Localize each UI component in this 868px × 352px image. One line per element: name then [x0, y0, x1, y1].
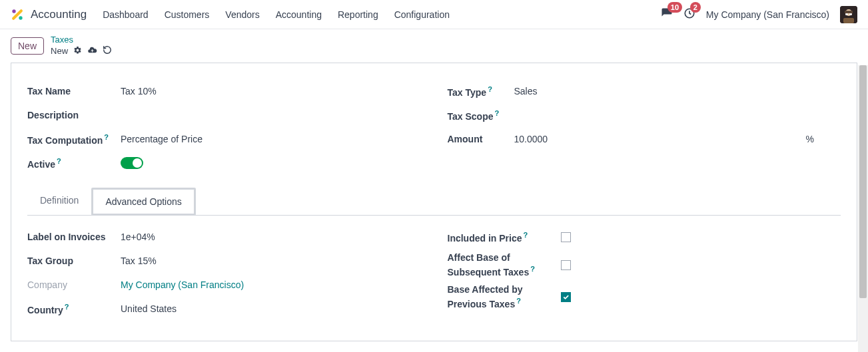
menu-reporting[interactable]: Reporting	[338, 9, 378, 20]
company-value[interactable]: My Company (San Francisco)	[121, 279, 244, 290]
advanced-right-column: Included in Price? Affect Base of Subseq…	[448, 225, 841, 321]
svg-rect-7	[849, 13, 852, 15]
help-icon[interactable]: ?	[104, 133, 109, 141]
form-sheet: Tax Name Tax 10% Description Tax Computa…	[11, 63, 857, 341]
svg-point-1	[19, 16, 22, 19]
company-label: Company	[27, 279, 121, 290]
messages-icon[interactable]: 10	[661, 7, 673, 21]
affect-base-label: Affect Base of Subsequent Taxes?	[448, 252, 561, 278]
country-label: Country?	[27, 303, 121, 315]
active-toggle[interactable]	[121, 157, 143, 169]
help-icon[interactable]: ?	[524, 231, 528, 239]
new-button[interactable]: New	[11, 37, 44, 55]
amount-value[interactable]: 10.0000	[514, 134, 548, 144]
tax-type-label: Tax Type?	[448, 85, 514, 98]
scrollbar-thumb[interactable]	[859, 65, 867, 298]
advanced-left-column: Label on Invoices 1e+04% Tax Group Tax 1…	[27, 225, 421, 321]
tax-name-label: Tax Name	[27, 86, 121, 96]
tax-computation-label: Tax Computation?	[27, 133, 121, 146]
help-icon[interactable]: ?	[488, 85, 492, 93]
discard-icon[interactable]	[103, 45, 112, 57]
included-in-price-checkbox[interactable]	[561, 232, 571, 242]
scrollbar[interactable]	[858, 65, 868, 352]
control-bar: New Taxes New	[0, 29, 868, 63]
form-tabs: Definition Advanced Options	[27, 187, 841, 216]
company-switcher[interactable]: My Company (San Francisco)	[706, 9, 829, 20]
form-right-column: Tax Type? Sales Tax Scope? Amount 10.000…	[448, 79, 841, 175]
menu-dashboard[interactable]: Dashboard	[103, 9, 149, 20]
help-icon[interactable]: ?	[57, 157, 61, 165]
form-left-column: Tax Name Tax 10% Description Tax Computa…	[27, 79, 421, 175]
app-logo-icon[interactable]	[11, 8, 24, 21]
included-in-price-label: Included in Price?	[448, 231, 561, 244]
svg-point-0	[12, 9, 15, 13]
activities-badge: 2	[690, 2, 701, 13]
tax-group-label: Tax Group	[27, 256, 121, 266]
tax-type-value[interactable]: Sales	[514, 86, 538, 96]
menu-customers[interactable]: Customers	[165, 9, 210, 20]
menu-vendors[interactable]: Vendors	[225, 9, 259, 20]
country-value[interactable]: United States	[121, 303, 177, 314]
help-icon[interactable]: ?	[530, 265, 535, 273]
base-affected-checkbox[interactable]	[561, 292, 571, 302]
top-navbar: Accounting Dashboard Customers Vendors A…	[0, 0, 868, 29]
help-icon[interactable]: ?	[495, 109, 500, 117]
help-icon[interactable]: ?	[65, 303, 69, 311]
active-label: Active?	[27, 157, 121, 170]
systray: 10 2 My Company (San Francisco)	[661, 6, 857, 23]
svg-rect-6	[845, 13, 848, 15]
user-avatar[interactable]	[840, 6, 857, 23]
affect-base-checkbox[interactable]	[561, 260, 571, 270]
activities-icon[interactable]: 2	[683, 7, 695, 21]
help-icon[interactable]: ?	[516, 297, 521, 305]
description-label: Description	[27, 110, 121, 120]
tax-group-value[interactable]: Tax 15%	[121, 256, 157, 266]
svg-rect-8	[843, 18, 854, 23]
base-affected-label: Base Affected by Previous Taxes?	[448, 283, 561, 310]
module-title[interactable]: Accounting	[31, 8, 87, 21]
tax-computation-value[interactable]: Percentage of Price	[121, 134, 203, 144]
label-on-invoices-value[interactable]: 1e+04%	[121, 232, 155, 242]
gear-icon[interactable]	[73, 46, 82, 57]
svg-rect-5	[845, 11, 853, 13]
menu-configuration[interactable]: Configuration	[394, 9, 450, 20]
breadcrumb-parent[interactable]: Taxes	[51, 35, 112, 45]
cloud-save-icon[interactable]	[87, 45, 97, 58]
tab-definition[interactable]: Definition	[27, 188, 91, 216]
amount-unit: %	[806, 134, 814, 144]
tax-name-value[interactable]: Tax 10%	[121, 86, 157, 96]
breadcrumb: Taxes New	[51, 35, 112, 57]
tax-scope-label: Tax Scope?	[448, 109, 514, 122]
main-menu: Dashboard Customers Vendors Accounting R…	[103, 9, 450, 20]
menu-accounting[interactable]: Accounting	[276, 9, 322, 20]
amount-label: Amount	[448, 134, 514, 144]
messages-badge: 10	[667, 2, 682, 13]
tab-advanced-options[interactable]: Advanced Options	[91, 188, 195, 216]
breadcrumb-current: New	[51, 46, 68, 57]
label-on-invoices-label: Label on Invoices	[27, 232, 121, 242]
